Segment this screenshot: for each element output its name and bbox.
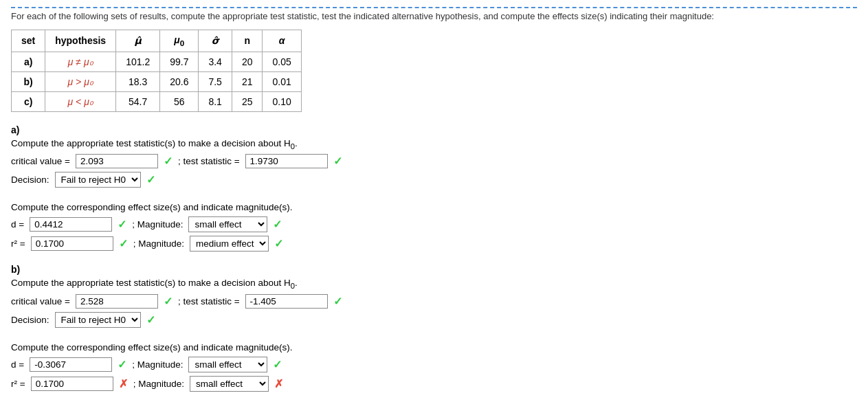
section-a-label: a) xyxy=(11,124,857,135)
section-a-r2-mag-check: ✓ xyxy=(274,237,283,250)
section-b-statistic-desc: Compute the appropriate test statistic(s… xyxy=(11,278,857,290)
section-b-decision-row: Decision: Fail to reject H0 Reject H0 ✓ xyxy=(11,312,857,328)
row-b-set: b) xyxy=(12,71,45,91)
row-c-set: c) xyxy=(12,91,45,111)
section-a-ts-check: ✓ xyxy=(333,155,342,168)
section-a-decision-label: Decision: xyxy=(11,175,49,185)
section-b-ts-input[interactable] xyxy=(245,294,328,309)
row-c-alpha: 0.10 xyxy=(263,91,301,111)
section-a: a) Compute the appropriate test statisti… xyxy=(11,124,857,252)
row-c-sigma: 8.1 xyxy=(199,91,232,111)
col-alpha: α xyxy=(263,30,301,52)
row-b-sigma: 7.5 xyxy=(199,71,232,91)
data-table: set hypothesis μ̂ μ0 σ̂ n α a) μ ≠ μ₀ 10… xyxy=(11,30,302,112)
section-b-r2-mag-check: ✗ xyxy=(274,377,283,390)
row-c-mu0: 56 xyxy=(160,91,199,111)
section-b-r2-mag-select[interactable]: small effect medium effect large effect xyxy=(190,376,269,392)
section-b-d-mag-check: ✓ xyxy=(273,358,282,371)
col-n: n xyxy=(232,30,263,52)
section-a-r2-label: r² = xyxy=(11,238,25,249)
section-a-d-mag-label: ; Magnitude: xyxy=(132,219,183,230)
section-a-ts-input[interactable] xyxy=(245,154,328,168)
row-a-hyp: μ ≠ μ₀ xyxy=(45,52,116,71)
row-b-mu0: 20.6 xyxy=(160,71,199,91)
section-a-r2-mag-label: ; Magnitude: xyxy=(133,238,184,249)
row-b-mu-hat: 18.3 xyxy=(116,71,160,91)
section-a-d-label: d = xyxy=(11,219,24,230)
section-a-d-input[interactable] xyxy=(30,217,112,232)
section-b-d-input[interactable] xyxy=(30,357,112,372)
section-b-decision-check: ✓ xyxy=(146,313,155,326)
row-c-n: 25 xyxy=(232,91,263,111)
section-b-d-mag-label: ; Magnitude: xyxy=(132,359,183,370)
intro-text: For each of the following sets of result… xyxy=(11,7,857,21)
section-a-decision-row: Decision: Fail to reject H0 Reject H0 ✓ xyxy=(11,172,857,188)
table-row: a) μ ≠ μ₀ 101.2 99.7 3.4 20 0.05 xyxy=(12,52,302,71)
section-a-cv-input[interactable] xyxy=(76,154,158,168)
section-b-cv-label: critical value = xyxy=(11,296,70,306)
section-b-r2-label: r² = xyxy=(11,379,25,389)
section-a-r2-input[interactable] xyxy=(31,236,113,251)
section-b-cv-row: critical value = ✓ ; test statistic = ✓ xyxy=(11,294,857,309)
section-b-decision-select[interactable]: Fail to reject H0 Reject H0 xyxy=(55,312,141,328)
row-a-sigma: 3.4 xyxy=(199,52,232,71)
section-a-effect-desc: Compute the corresponding effect size(s)… xyxy=(11,202,857,212)
section-a-r2-mag-select[interactable]: small effect medium effect large effect xyxy=(190,236,269,252)
table-row: c) μ < μ₀ 54.7 56 8.1 25 0.10 xyxy=(12,91,302,111)
section-a-d-mag-check: ✓ xyxy=(273,218,282,231)
section-a-statistic-desc: Compute the appropriate test statistic(s… xyxy=(11,138,857,150)
section-b-r2-row: r² = ✗ ; Magnitude: small effect medium … xyxy=(11,376,857,392)
col-mu-hat: μ̂ xyxy=(116,30,160,52)
section-b-d-row: d = ✓ ; Magnitude: small effect medium e… xyxy=(11,357,857,372)
row-a-mu0: 99.7 xyxy=(160,52,199,71)
section-b-effect-desc: Compute the corresponding effect size(s)… xyxy=(11,342,857,353)
section-a-r2-row: r² = ✓ ; Magnitude: small effect medium … xyxy=(11,236,857,252)
section-b-d-check: ✓ xyxy=(118,358,126,371)
section-b: b) Compute the appropriate test statisti… xyxy=(11,264,857,392)
section-b-r2-input[interactable] xyxy=(31,377,113,391)
section-a-r2-check: ✓ xyxy=(119,237,128,250)
section-a-cv-row: critical value = ✓ ; test statistic = ✓ xyxy=(11,154,857,168)
col-hypothesis: hypothesis xyxy=(45,30,116,52)
section-b-cv-check: ✓ xyxy=(164,295,173,308)
section-b-cv-input[interactable] xyxy=(76,294,158,309)
section-a-ts-label: ; test statistic = xyxy=(178,156,240,166)
section-b-d-mag-select[interactable]: small effect medium effect large effect xyxy=(188,357,267,372)
section-a-decision-select[interactable]: Fail to reject H0 Reject H0 xyxy=(55,172,141,188)
col-mu0: μ0 xyxy=(160,30,199,52)
row-c-mu-hat: 54.7 xyxy=(116,91,160,111)
section-b-decision-label: Decision: xyxy=(11,315,49,325)
col-set: set xyxy=(12,30,45,52)
section-a-decision-check: ✓ xyxy=(146,173,155,186)
row-c-hyp: μ < μ₀ xyxy=(45,91,116,111)
table-row: b) μ > μ₀ 18.3 20.6 7.5 21 0.01 xyxy=(12,71,302,91)
section-b-r2-mag-label: ; Magnitude: xyxy=(133,379,184,389)
section-b-label: b) xyxy=(11,264,857,275)
row-b-alpha: 0.01 xyxy=(263,71,301,91)
section-a-cv-check: ✓ xyxy=(164,155,173,168)
row-a-n: 20 xyxy=(232,52,263,71)
row-a-set: a) xyxy=(12,52,45,71)
section-a-d-mag-select[interactable]: small effect medium effect large effect xyxy=(188,216,267,232)
section-b-ts-check: ✓ xyxy=(333,295,342,308)
section-a-cv-label: critical value = xyxy=(11,156,70,166)
section-b-d-label: d = xyxy=(11,359,24,370)
row-a-alpha: 0.05 xyxy=(263,52,301,71)
section-a-d-row: d = ✓ ; Magnitude: small effect medium e… xyxy=(11,216,857,232)
row-b-n: 21 xyxy=(232,71,263,91)
section-b-r2-check: ✗ xyxy=(119,377,128,390)
col-sigma: σ̂ xyxy=(199,30,232,52)
row-b-hyp: μ > μ₀ xyxy=(45,71,116,91)
section-a-d-check: ✓ xyxy=(118,218,126,231)
row-a-mu-hat: 101.2 xyxy=(116,52,160,71)
section-b-ts-label: ; test statistic = xyxy=(178,296,240,306)
